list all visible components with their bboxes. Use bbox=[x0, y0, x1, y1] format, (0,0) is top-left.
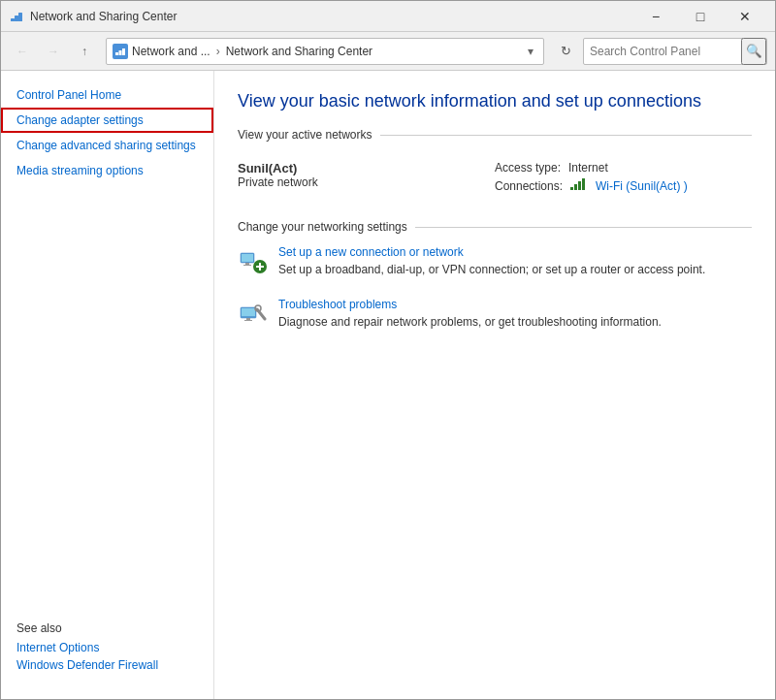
settings-section: Set up a new connection or network Set u… bbox=[238, 245, 752, 331]
networking-settings-label: Change your networking settings bbox=[238, 220, 407, 234]
window: Network and Sharing Center − □ ✕ ← → ↑ N… bbox=[0, 0, 776, 700]
svg-rect-11 bbox=[242, 254, 253, 262]
sidebar-item-media-streaming[interactable]: Media streaming options bbox=[1, 158, 213, 183]
see-also: See also Internet Options Windows Defend… bbox=[1, 610, 214, 687]
title-bar: Network and Sharing Center − □ ✕ bbox=[1, 1, 775, 32]
svg-rect-13 bbox=[243, 265, 251, 266]
nav-bar: ← → ↑ Network and ... › Network and Shar… bbox=[1, 32, 775, 71]
svg-rect-16 bbox=[256, 266, 264, 268]
svg-rect-3 bbox=[115, 52, 118, 55]
sidebar-item-change-adapter-settings[interactable]: Change adapter settings bbox=[1, 108, 213, 133]
breadcrumb-sep1: › bbox=[216, 45, 220, 58]
active-networks-header: View your active networks bbox=[238, 128, 752, 142]
window-title: Network and Sharing Center bbox=[30, 10, 177, 23]
access-type-detail: Access type: Internet bbox=[495, 161, 752, 175]
troubleshoot-item: Troubleshoot problems Diagnose and repai… bbox=[238, 298, 752, 331]
svg-rect-2 bbox=[18, 13, 22, 21]
search-button[interactable]: 🔍 bbox=[741, 38, 766, 65]
svg-rect-12 bbox=[245, 263, 249, 265]
search-input[interactable] bbox=[584, 45, 741, 58]
address-dropdown[interactable]: ▾ bbox=[524, 43, 537, 60]
svg-rect-18 bbox=[242, 308, 255, 316]
svg-rect-6 bbox=[570, 187, 573, 190]
connections-label: Connections: bbox=[495, 179, 563, 193]
refresh-button[interactable]: ↻ bbox=[552, 38, 579, 65]
svg-rect-20 bbox=[244, 320, 252, 321]
back-button[interactable]: ← bbox=[9, 38, 36, 65]
troubleshoot-text: Troubleshoot problems Diagnose and repai… bbox=[278, 298, 752, 331]
network-type: Private network bbox=[238, 175, 495, 189]
connections-detail: Connections: Wi-Fi (Sunil(Act) ) bbox=[495, 178, 752, 193]
sidebar-item-change-advanced-sharing[interactable]: Change advanced sharing settings bbox=[1, 133, 213, 158]
address-bar: Network and ... › Network and Sharing Ce… bbox=[106, 38, 544, 65]
network-right: Access type: Internet Connections: bbox=[495, 161, 752, 193]
see-also-windows-defender[interactable]: Windows Defender Firewall bbox=[16, 658, 199, 672]
address-icon bbox=[113, 44, 128, 59]
active-networks-label: View your active networks bbox=[238, 128, 372, 142]
networking-settings-header: Change your networking settings bbox=[238, 220, 752, 234]
svg-rect-7 bbox=[574, 184, 577, 190]
forward-button[interactable]: → bbox=[40, 38, 67, 65]
setup-connection-desc: Set up a broadband, dial-up, or VPN conn… bbox=[278, 261, 752, 278]
section-divider bbox=[380, 135, 752, 136]
setup-connection-icon bbox=[238, 245, 269, 276]
troubleshoot-title[interactable]: Troubleshoot problems bbox=[278, 298, 752, 311]
see-also-internet-options[interactable]: Internet Options bbox=[16, 641, 199, 654]
breadcrumb-part1: Network and ... bbox=[132, 45, 210, 58]
title-bar-left: Network and Sharing Center bbox=[9, 9, 177, 24]
connections-value[interactable]: Wi-Fi (Sunil(Act) ) bbox=[596, 179, 688, 193]
troubleshoot-icon-svg bbox=[240, 300, 267, 327]
wifi-signal-icon bbox=[570, 178, 588, 190]
page-title: View your basic network information and … bbox=[238, 90, 752, 112]
maximize-button[interactable]: □ bbox=[678, 1, 723, 32]
breadcrumb-part2: Network and Sharing Center bbox=[226, 45, 372, 58]
title-bar-controls: − □ ✕ bbox=[633, 1, 767, 32]
setup-connection-icon-svg bbox=[240, 247, 267, 274]
access-type-value: Internet bbox=[568, 161, 608, 175]
svg-rect-9 bbox=[582, 178, 585, 190]
network-name: Sunil(Act) bbox=[238, 161, 495, 175]
close-button[interactable]: ✕ bbox=[723, 1, 767, 32]
access-type-label: Access type: bbox=[495, 161, 561, 175]
setup-connection-item: Set up a new connection or network Set u… bbox=[238, 245, 752, 278]
svg-rect-1 bbox=[15, 16, 18, 21]
network-info: Sunil(Act) Private network Access type: … bbox=[238, 153, 752, 201]
svg-rect-8 bbox=[578, 181, 581, 190]
sidebar: Control Panel Home Change adapter settin… bbox=[1, 71, 214, 699]
troubleshoot-icon bbox=[238, 298, 269, 329]
wifi-bars bbox=[570, 178, 588, 193]
svg-rect-5 bbox=[122, 48, 125, 55]
setup-connection-text: Set up a new connection or network Set u… bbox=[278, 245, 752, 278]
content-area: Control Panel Home Change adapter settin… bbox=[1, 71, 775, 699]
svg-rect-4 bbox=[119, 50, 122, 55]
sidebar-item-control-panel-home[interactable]: Control Panel Home bbox=[1, 82, 213, 108]
see-also-title: See also bbox=[16, 621, 199, 635]
troubleshoot-desc: Diagnose and repair network problems, or… bbox=[278, 313, 752, 331]
setup-connection-title[interactable]: Set up a new connection or network bbox=[278, 245, 752, 259]
svg-rect-19 bbox=[246, 318, 250, 320]
search-box: 🔍 bbox=[583, 38, 767, 65]
up-button[interactable]: ↑ bbox=[71, 38, 98, 65]
section-divider-2 bbox=[415, 227, 752, 228]
svg-rect-0 bbox=[11, 18, 15, 21]
network-left: Sunil(Act) Private network bbox=[238, 161, 495, 193]
see-also-section: See also Internet Options Windows Defend… bbox=[1, 610, 214, 687]
main-content: View your basic network information and … bbox=[214, 71, 775, 699]
minimize-button[interactable]: − bbox=[633, 1, 678, 32]
window-icon bbox=[9, 9, 24, 24]
network-icon bbox=[114, 46, 126, 57]
